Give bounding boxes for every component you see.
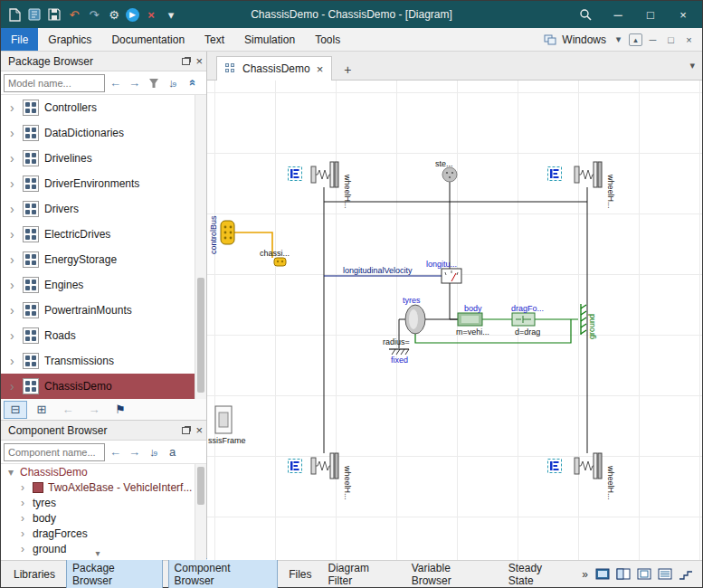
wheel-hub-rear-left[interactable] <box>311 453 338 479</box>
menu-documentation[interactable]: Documentation <box>101 28 195 51</box>
electric-connector-icon[interactable] <box>289 460 302 473</box>
cascade-view-icon[interactable] <box>679 568 693 580</box>
stop-close-icon[interactable]: × <box>143 6 159 23</box>
statusbar-files[interactable]: Files <box>283 565 317 583</box>
component-item-dragforces[interactable]: › dragForces <box>1 526 206 541</box>
sort-icon[interactable]: ↓9 <box>145 443 162 461</box>
flag-icon[interactable]: ⚑ <box>109 401 132 419</box>
package-item-electricdrives[interactable]: › ElectricDrives <box>1 222 206 247</box>
package-item-transmissions[interactable]: › Transmissions <box>1 348 206 374</box>
menu-graphics[interactable]: Graphics <box>38 28 101 51</box>
package-item-powertrainmounts[interactable]: › PowertrainMounts <box>1 298 206 323</box>
package-item-driverenvironments[interactable]: › DriverEnvironments <box>1 171 206 196</box>
controlbus-connector[interactable] <box>221 221 234 244</box>
dragforces-component[interactable] <box>512 313 535 326</box>
menu-text[interactable]: Text <box>195 28 234 51</box>
split-view-icon[interactable] <box>616 568 631 580</box>
windows-dropdown-icon[interactable]: ▾ <box>611 32 626 47</box>
history-forward-icon[interactable]: → <box>126 443 143 461</box>
settings-gears-icon[interactable]: ⚙ <box>106 6 122 23</box>
electric-connector-icon[interactable] <box>548 167 562 181</box>
scrollbar-thumb[interactable] <box>197 467 204 505</box>
windows-panes-icon[interactable] <box>542 32 557 47</box>
maximize-button[interactable]: □ <box>635 3 666 26</box>
component-name-filter-input[interactable] <box>4 443 105 461</box>
single-window-icon[interactable] <box>637 568 651 580</box>
new-tab-button[interactable]: + <box>336 60 359 80</box>
wheel-hub-rear-right[interactable] <box>575 453 602 479</box>
package-item-energystorage[interactable]: › EnergyStorage <box>1 247 206 272</box>
model-name-filter-input[interactable] <box>4 74 105 92</box>
diagram-canvas[interactable]: controlBus chassi... ste... <box>207 81 702 560</box>
minimize-button[interactable]: ─ <box>603 3 633 26</box>
statusbar-component-browser[interactable]: Component Browser <box>168 558 279 588</box>
simulate-play-icon[interactable]: ▶ <box>126 8 139 22</box>
search-icon[interactable] <box>570 3 601 26</box>
ground-component[interactable] <box>581 304 586 335</box>
package-item-controllers[interactable]: › Controllers <box>1 95 206 120</box>
close-panel-icon[interactable]: × <box>195 55 203 67</box>
frame-connection-lines[interactable] <box>324 182 587 453</box>
tyres-component[interactable] <box>405 305 425 334</box>
new-file-icon[interactable] <box>6 6 23 23</box>
redo-icon[interactable]: ↷ <box>86 6 102 23</box>
statusbar-overflow-icon[interactable]: » <box>580 568 590 581</box>
close-button[interactable]: × <box>668 3 698 26</box>
wheel-hub-front-right[interactable] <box>575 162 602 187</box>
package-item-drivers[interactable]: › Drivers <box>1 196 206 222</box>
statusbar-variable-browser[interactable]: Variable Browser <box>406 559 498 588</box>
list-view-icon[interactable] <box>658 568 672 580</box>
close-panel-icon[interactable]: × <box>195 424 203 436</box>
component-tree-scrollbar[interactable] <box>195 464 206 560</box>
nav-back-icon[interactable]: ← <box>56 401 80 419</box>
undo-icon[interactable]: ↶ <box>66 6 82 23</box>
mdi-restore-icon[interactable]: □ <box>663 32 679 47</box>
velocity-sensor-component[interactable] <box>442 269 461 283</box>
windows-menu-label[interactable]: Windows <box>562 33 606 46</box>
dock-pin-icon[interactable]: ▴ <box>629 33 642 46</box>
steering-component[interactable] <box>442 167 457 182</box>
fixed-component[interactable] <box>389 349 409 355</box>
component-item-twoaxlebase[interactable]: › TwoAxleBase - VehicleInterf... <box>1 479 206 495</box>
scroll-more-icon[interactable]: ▾ <box>1 549 195 560</box>
sort-icon[interactable]: ↓9 <box>164 74 181 92</box>
menu-simulation[interactable]: Simulation <box>234 28 305 51</box>
scrollbar-thumb[interactable] <box>197 278 204 394</box>
toolbar-dropdown-icon[interactable]: ▾ <box>163 6 179 23</box>
collapse-all-icon[interactable]: » <box>183 74 200 92</box>
menu-tools[interactable]: Tools <box>305 28 350 51</box>
tree-view-icon[interactable]: ⊟ <box>4 401 27 419</box>
close-tab-icon[interactable]: × <box>317 62 324 76</box>
history-forward-icon[interactable]: → <box>126 74 143 92</box>
electric-connector-icon[interactable] <box>548 460 562 473</box>
package-item-datadictionaries[interactable]: › DataDictionaries <box>1 120 206 146</box>
force-connection-lines[interactable] <box>415 319 578 343</box>
electric-connector-icon[interactable] <box>289 167 302 181</box>
package-tree-scrollbar[interactable] <box>195 95 206 399</box>
history-back-icon[interactable]: ← <box>107 443 124 461</box>
component-item-body[interactable]: › body <box>1 510 206 526</box>
body-component[interactable] <box>458 313 482 326</box>
mdi-close-icon[interactable]: × <box>681 32 697 47</box>
statusbar-steady-state[interactable]: Steady State <box>503 559 575 588</box>
mdi-minimize-icon[interactable]: ─ <box>645 32 660 47</box>
statusbar-diagram-filter[interactable]: Diagram Filter <box>323 559 401 588</box>
package-item-engines[interactable]: › Engines <box>1 272 206 298</box>
statusbar-package-browser[interactable]: Package Browser <box>66 558 163 588</box>
float-panel-icon[interactable] <box>182 58 190 65</box>
wheel-hub-front-left[interactable] <box>311 162 338 187</box>
fullscreen-view-icon[interactable] <box>595 568 610 580</box>
chassis-bus-connector[interactable] <box>274 258 286 266</box>
open-file-icon[interactable] <box>26 6 43 23</box>
nav-forward-icon[interactable]: → <box>82 401 106 419</box>
statusbar-libraries[interactable]: Libraries <box>8 565 61 583</box>
component-item-chassisdemo[interactable]: ▾ ChassisDemo <box>1 464 206 479</box>
history-back-icon[interactable]: ← <box>107 74 124 92</box>
tab-chassisdemo[interactable]: ChassisDemo × <box>216 56 332 81</box>
alpha-sort-icon[interactable]: a <box>164 443 181 461</box>
float-panel-icon[interactable] <box>182 427 190 434</box>
save-icon[interactable] <box>46 6 62 23</box>
chassisframe-connector[interactable] <box>215 406 232 433</box>
tab-list-dropdown-icon[interactable]: ▾ <box>689 60 695 71</box>
package-item-chassisdemo[interactable]: › ChassisDemo <box>1 374 206 399</box>
